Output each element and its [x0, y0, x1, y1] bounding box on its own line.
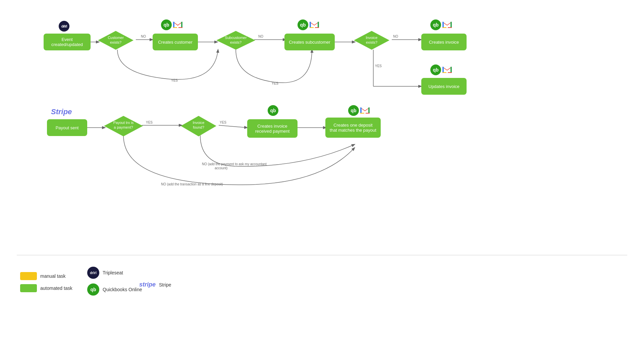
svg-text:a payment?: a payment?	[114, 125, 133, 129]
creates-invoice-node: Creates invoice	[421, 34, 467, 50]
svg-rect-37	[448, 27, 452, 28]
gmail-icon-5	[360, 105, 370, 116]
svg-rect-42	[448, 72, 452, 73]
svg-rect-44	[360, 107, 362, 114]
stripe-text: Stripe	[51, 107, 72, 116]
legend-divider	[17, 255, 627, 255]
qb-gmail-creates-deposit: qb	[348, 105, 370, 116]
svg-text:YES: YES	[375, 64, 382, 68]
creates-customer-node: Creates customer	[153, 34, 198, 50]
qb-legend-icon: qb	[87, 283, 99, 296]
event-node: Event created/updated	[44, 34, 91, 50]
qb-gmail-creates-customer: qb	[161, 19, 183, 30]
qb-gmail-creates-invoice: qb	[430, 19, 452, 30]
svg-rect-31	[310, 27, 314, 28]
svg-rect-40	[450, 67, 452, 73]
quickbooks-icon: qb	[161, 19, 172, 30]
customer-exists-diamond: Customerexists?	[97, 30, 134, 50]
svg-text:Customer: Customer	[108, 36, 124, 40]
svg-rect-35	[450, 22, 452, 28]
svg-text:NO: NO	[258, 35, 263, 38]
svg-text:NO: NO	[141, 35, 146, 38]
tripleseat-legend-label: Tripleseat	[103, 270, 123, 275]
svg-text:account): account)	[215, 166, 227, 170]
quickbooks-icon-5: qb	[268, 105, 278, 116]
gmail-icon-3	[442, 19, 452, 30]
stripe-legend-icon: stripe	[139, 281, 156, 288]
gmail-icon	[172, 19, 183, 30]
svg-rect-26	[173, 27, 177, 28]
legend-manual: manual task	[20, 272, 72, 280]
invoice-found-diamond: Invoicefound?	[180, 115, 217, 137]
svg-rect-47	[366, 113, 370, 114]
quickbooks-icon-2: qb	[298, 19, 308, 30]
svg-rect-30	[318, 22, 319, 28]
svg-rect-24	[173, 22, 174, 28]
gmail-icon-2	[309, 19, 320, 30]
svg-line-16	[219, 125, 247, 128]
svg-text:Subcustomer: Subcustomer	[225, 36, 247, 40]
svg-rect-36	[442, 27, 446, 28]
invoice-exists-diamond: Invoiceexists?	[353, 30, 390, 50]
diagram-container: NO NO NO YES YES YES YES YES NO (add the…	[0, 0, 644, 302]
payout-sent-node: Payout sent	[47, 119, 87, 136]
svg-text:Payout trx is: Payout trx is	[113, 121, 134, 125]
payout-payment-diamond: Payout trx isa payment?	[103, 115, 144, 137]
svg-rect-41	[442, 72, 446, 73]
svg-rect-32	[315, 27, 319, 28]
legend-manual-label: manual task	[40, 273, 65, 279]
svg-text:NO (add the transaction as a l: NO (add the transaction as a line deposi…	[161, 182, 223, 186]
svg-rect-27	[178, 27, 182, 28]
svg-rect-25	[181, 22, 182, 28]
quickbooks-icon-3: qb	[430, 19, 441, 30]
svg-rect-29	[310, 22, 311, 28]
quickbooks-icon-6: qb	[348, 105, 359, 116]
quickbooks-icon-4: qb	[430, 64, 441, 75]
svg-rect-46	[360, 113, 364, 114]
tripleseat-icon: drlrl	[59, 21, 69, 32]
svg-rect-45	[368, 107, 370, 114]
subcustomer-exists-diamond: Subcustomerexists?	[216, 30, 256, 50]
creates-deposit-node: Creates one deposit that matches the pay…	[325, 118, 381, 138]
svg-text:YES: YES	[220, 121, 226, 124]
legend-tripleseat: drlrl Tripleseat	[87, 267, 142, 279]
svg-text:exists?: exists?	[110, 40, 121, 44]
updates-invoice-node: Updates invoice	[421, 78, 467, 95]
svg-text:Invoice: Invoice	[366, 36, 378, 40]
legend-automated-label: automated task	[40, 285, 72, 291]
svg-text:NO: NO	[393, 35, 398, 38]
svg-rect-39	[442, 67, 444, 73]
svg-text:YES: YES	[272, 82, 278, 85]
gmail-icon-4	[442, 64, 452, 75]
svg-text:exists?: exists?	[230, 40, 241, 44]
legend: manual task automated task	[20, 272, 72, 292]
legend-automated: automated task	[20, 284, 72, 292]
qb-creates-invoice-payment: qb	[268, 105, 278, 116]
tripleseat-icon-event: drlrl	[59, 21, 69, 32]
svg-text:YES: YES	[171, 79, 178, 82]
stripe-label-top: Stripe	[51, 107, 72, 116]
stripe-legend-label: Stripe	[159, 282, 171, 288]
tripleseat-legend-icon: drlrl	[87, 267, 99, 279]
legend-icons: drlrl Tripleseat qb Quickbooks Online	[87, 267, 142, 296]
legend-green-box	[20, 284, 37, 292]
legend-yellow-box	[20, 272, 37, 280]
svg-text:found?: found?	[193, 125, 204, 129]
legend-quickbooks: qb Quickbooks Online	[87, 283, 142, 296]
svg-text:Invoice: Invoice	[193, 121, 205, 125]
svg-rect-34	[442, 22, 444, 28]
qb-gmail-updates-invoice: qb	[430, 64, 452, 75]
svg-text:NO (add the payment to ask my : NO (add the payment to ask my accountant	[202, 162, 267, 166]
qb-gmail-creates-subcustomer: qb	[298, 19, 320, 30]
creates-subcustomer-node: Creates subcustomer	[284, 34, 335, 50]
qb-legend-label: Quickbooks Online	[103, 287, 142, 292]
svg-text:YES: YES	[146, 121, 153, 124]
creates-invoice-payment-node: Creates invoice received payment	[247, 119, 298, 138]
legend-stripe: stripe Stripe	[139, 281, 171, 288]
svg-text:exists?: exists?	[366, 40, 377, 44]
